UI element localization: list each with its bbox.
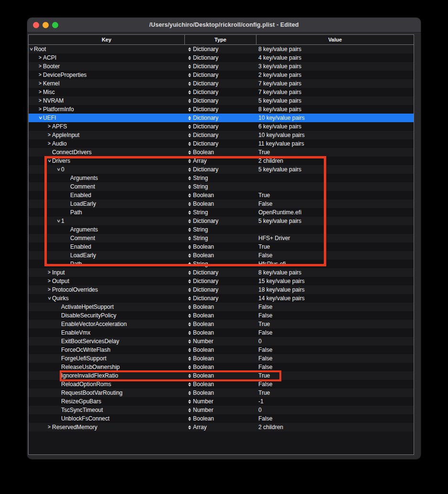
table-row[interactable]: 1 Dictionary 5 key/value pairs [29, 217, 414, 225]
type-cell[interactable]: Boolean [185, 304, 256, 310]
table-row[interactable]: ResizeGpuBars Number -1 [29, 397, 414, 406]
value-cell[interactable]: 2 key/value pairs [256, 72, 414, 78]
chevron-down-icon[interactable] [29, 47, 33, 52]
type-cell[interactable]: Dictionary [185, 140, 256, 147]
table-row[interactable]: Drivers Array 2 children [29, 157, 414, 165]
table-row[interactable]: ProtocolOverrides Dictionary 18 key/valu… [29, 285, 414, 294]
value-cell[interactable]: 7 key/value pairs [256, 80, 414, 87]
table-row[interactable]: RequestBootVarRouting Boolean True [29, 389, 414, 397]
table-row[interactable]: Comment String [29, 182, 414, 191]
value-cell[interactable]: 10 key/value pairs [256, 132, 414, 138]
table-row[interactable]: TscSyncTimeout Number 0 [29, 406, 414, 414]
type-cell[interactable]: Dictionary [185, 269, 256, 276]
value-cell[interactable]: False [256, 200, 414, 207]
table-row[interactable]: Arguments String [29, 174, 414, 182]
type-cell[interactable]: Dictionary [185, 278, 256, 284]
table-row[interactable]: AppleInput Dictionary 10 key/value pairs [29, 131, 414, 139]
type-cell[interactable]: Boolean [185, 321, 256, 327]
table-row[interactable]: EnableVectorAcceleration Boolean True [29, 320, 414, 328]
type-cell[interactable]: String [185, 261, 256, 267]
type-cell[interactable]: Boolean [185, 415, 256, 422]
table-row[interactable]: LoadEarly Boolean False [29, 200, 414, 208]
table-row[interactable]: Output Dictionary 15 key/value pairs [29, 277, 414, 285]
type-cell[interactable]: Array [185, 424, 256, 431]
type-cell[interactable]: Boolean [185, 149, 256, 156]
table-row[interactable]: ExitBootServicesDelay Number 0 [29, 337, 414, 346]
type-cell[interactable]: Boolean [185, 372, 256, 379]
chevron-down-icon[interactable] [56, 167, 60, 172]
value-cell[interactable]: True [256, 243, 414, 250]
chevron-right-icon[interactable] [47, 425, 51, 430]
type-cell[interactable]: Dictionary [185, 46, 256, 53]
table-row[interactable]: EnableVmx Boolean False [29, 328, 414, 337]
type-cell[interactable]: Boolean [185, 200, 256, 207]
value-cell[interactable]: 8 key/value pairs [256, 269, 414, 276]
table-row[interactable]: ActivateHpetSupport Boolean False [29, 303, 414, 311]
type-cell[interactable]: Dictionary [185, 80, 256, 87]
table-row[interactable]: DeviceProperties Dictionary 2 key/value … [29, 71, 414, 79]
table-row[interactable]: Quirks Dictionary 14 key/value pairs [29, 294, 414, 303]
table-row[interactable]: ForceOcWriteFlash Boolean False [29, 346, 414, 354]
column-header-value[interactable]: Value [256, 35, 414, 44]
chevron-down-icon[interactable] [47, 296, 51, 301]
type-cell[interactable]: Boolean [185, 347, 256, 353]
chevron-right-icon[interactable] [38, 90, 42, 95]
table-row[interactable]: ReservedMemory Array 2 children [29, 423, 414, 431]
table-row[interactable]: ACPI Dictionary 4 key/value pairs [29, 53, 414, 62]
column-header-key[interactable]: Key [29, 35, 185, 44]
type-cell[interactable]: Number [185, 407, 256, 413]
table-row[interactable]: Input Dictionary 8 key/value pairs [29, 268, 414, 277]
value-cell[interactable]: True [256, 149, 414, 156]
table-row[interactable]: Comment String HFS+ Driver [29, 234, 414, 242]
chevron-right-icon[interactable] [38, 64, 42, 69]
close-button[interactable] [33, 22, 39, 28]
table-row[interactable]: APFS Dictionary 6 key/value pairs [29, 122, 414, 131]
chevron-right-icon[interactable] [47, 270, 51, 275]
value-cell[interactable]: 8 key/value pairs [256, 46, 414, 53]
table-row[interactable]: UnblockFsConnect Boolean False [29, 414, 414, 423]
type-cell[interactable]: Dictionary [185, 132, 256, 138]
table-row[interactable]: PlatformInfo Dictionary 8 key/value pair… [29, 105, 414, 114]
value-cell[interactable]: 2 children [256, 424, 414, 431]
table-row[interactable]: Kernel Dictionary 7 key/value pairs [29, 79, 414, 88]
type-cell[interactable]: Dictionary [185, 54, 256, 61]
value-cell[interactable]: False [256, 347, 414, 353]
value-cell[interactable]: -1 [256, 398, 414, 405]
type-cell[interactable]: Boolean [185, 364, 256, 370]
chevron-right-icon[interactable] [47, 279, 51, 284]
table-row[interactable]: Misc Dictionary 7 key/value pairs [29, 88, 414, 96]
table-row[interactable]: Enabled Boolean True [29, 191, 414, 200]
type-cell[interactable]: Array [185, 158, 256, 164]
table-row[interactable]: ReloadOptionRoms Boolean False [29, 380, 414, 389]
type-cell[interactable]: Dictionary [185, 115, 256, 121]
value-cell[interactable]: True [256, 192, 414, 199]
value-cell[interactable]: 5 key/value pairs [256, 166, 414, 173]
table-row[interactable]: Path String OpenRuntime.efi [29, 208, 414, 217]
chevron-right-icon[interactable] [47, 124, 51, 129]
type-cell[interactable]: Boolean [185, 389, 256, 396]
value-cell[interactable]: True [256, 321, 414, 327]
type-cell[interactable]: Number [185, 338, 256, 345]
value-cell[interactable]: 2 children [256, 158, 414, 164]
table-row[interactable]: LoadEarly Boolean False [29, 251, 414, 260]
value-cell[interactable]: 10 key/value pairs [256, 115, 414, 121]
table-row[interactable]: DisableSecurityPolicy Boolean False [29, 311, 414, 320]
minimize-button[interactable] [43, 22, 49, 28]
type-cell[interactable]: String [185, 235, 256, 242]
value-cell[interactable]: 7 key/value pairs [256, 89, 414, 95]
type-cell[interactable]: Dictionary [185, 286, 256, 293]
type-cell[interactable]: Dictionary [185, 106, 256, 113]
table-row[interactable]: Arguments String [29, 225, 414, 234]
type-cell[interactable]: Dictionary [185, 63, 256, 70]
table-row[interactable]: UEFI Dictionary 10 key/value pairs [29, 114, 414, 122]
chevron-down-icon[interactable] [47, 158, 51, 163]
table-row[interactable]: Booter Dictionary 3 key/value pairs [29, 62, 414, 71]
table-row[interactable]: Audio Dictionary 11 key/value pairs [29, 139, 414, 148]
type-cell[interactable]: String [185, 209, 256, 216]
type-cell[interactable]: Boolean [185, 252, 256, 259]
table-row[interactable]: Path String HfsPlus.efi [29, 260, 414, 268]
value-cell[interactable]: 0 [256, 338, 414, 345]
value-cell[interactable]: 5 key/value pairs [256, 97, 414, 104]
value-cell[interactable]: False [256, 312, 414, 319]
type-cell[interactable]: Dictionary [185, 166, 256, 173]
